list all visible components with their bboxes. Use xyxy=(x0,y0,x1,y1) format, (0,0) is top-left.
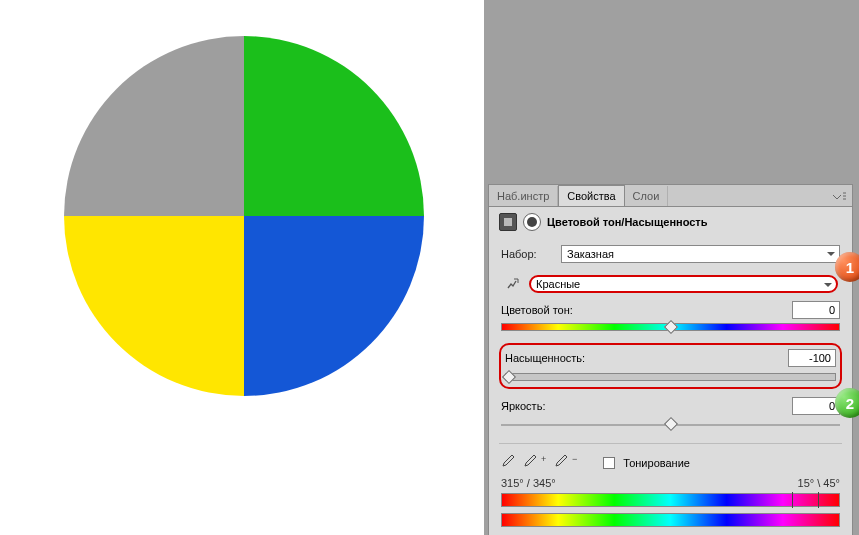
preset-select[interactable]: Заказная xyxy=(561,245,840,263)
panel-tabs: Наб.инстр Свойства Слои xyxy=(489,185,852,207)
callout-badge-1: 1 xyxy=(835,252,859,282)
tab-properties[interactable]: Свойства xyxy=(558,185,624,206)
hue-label: Цветовой тон: xyxy=(501,304,573,316)
eyedropper-icon[interactable] xyxy=(501,454,515,471)
hue-slider[interactable] xyxy=(501,323,840,331)
document-canvas[interactable] xyxy=(0,0,484,535)
eyedropper-add-icon[interactable] xyxy=(523,454,546,471)
properties-panel: Наб.инстр Свойства Слои Цветовой тон/Нас… xyxy=(488,184,853,535)
range-right: 15° \ 45° xyxy=(798,477,840,489)
range-left: 315° / 345° xyxy=(501,477,556,489)
hue-input[interactable] xyxy=(792,301,840,319)
saturation-group: Насыщенность: xyxy=(499,343,842,389)
saturation-slider[interactable] xyxy=(505,373,836,381)
saturation-label: Насыщенность: xyxy=(505,352,585,364)
circle-image xyxy=(64,36,424,396)
tab-layers[interactable]: Слои xyxy=(625,186,669,206)
quadrant-green xyxy=(244,36,424,216)
hue-range-strip-bottom xyxy=(501,513,840,527)
lightness-input[interactable] xyxy=(792,397,840,415)
panel-title: Цветовой тон/Насыщенность xyxy=(547,216,708,228)
mask-icon xyxy=(523,213,541,231)
saturation-thumb[interactable] xyxy=(502,370,516,384)
hue-range-strip-top[interactable] xyxy=(501,493,840,507)
targeted-adjust-icon[interactable] xyxy=(503,274,523,294)
eyedropper-subtract-icon[interactable] xyxy=(554,454,577,471)
quadrant-yellow xyxy=(64,216,244,396)
preset-label: Набор: xyxy=(501,248,555,260)
channel-value: Красные xyxy=(536,278,580,290)
colorize-checkbox[interactable] xyxy=(603,457,615,469)
lightness-label: Яркость: xyxy=(501,400,545,412)
callout-badge-2: 2 xyxy=(835,388,859,418)
quadrant-gray xyxy=(64,36,244,216)
panel-dock: Наб.инстр Свойства Слои Цветовой тон/Нас… xyxy=(484,0,859,535)
panel-menu-icon[interactable] xyxy=(826,191,852,201)
lightness-thumb[interactable] xyxy=(663,417,677,431)
quadrant-blue xyxy=(244,216,424,396)
preset-value: Заказная xyxy=(567,248,614,260)
hue-range-marker[interactable] xyxy=(792,492,819,508)
tab-presets[interactable]: Наб.инстр xyxy=(489,186,558,206)
lightness-slider[interactable] xyxy=(501,419,840,431)
channel-select[interactable]: Красные xyxy=(529,275,838,293)
hue-thumb[interactable] xyxy=(663,320,677,334)
colorize-label: Тонирование xyxy=(623,457,690,469)
saturation-input[interactable] xyxy=(788,349,836,367)
adjustment-icon xyxy=(499,213,517,231)
